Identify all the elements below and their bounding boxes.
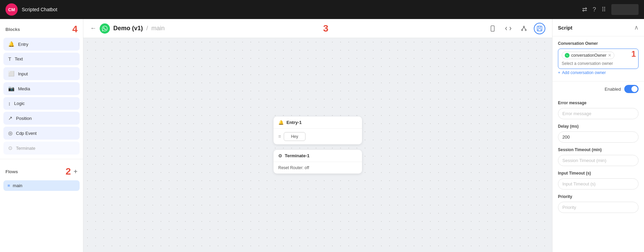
sidebar-item-logic-label: Logic [14, 101, 25, 106]
sidebar-item-media[interactable]: 📷 Media [3, 82, 80, 95]
terminate-1-row: Reset Router: off [278, 165, 357, 170]
owner-input-box[interactable]: conversationOwner ✕ [558, 49, 639, 69]
bell-icon: 🔔 [8, 41, 15, 47]
sidebar-item-input[interactable]: ⬜ Input [3, 67, 80, 80]
add-flow-button[interactable]: + [73, 168, 78, 176]
enabled-row: Enabled [552, 82, 644, 96]
main-layout: Blocks 4 🔔 Entry T Text ⬜ Input 📷 Media … [0, 19, 644, 252]
sidebar-item-logic[interactable]: ↕ Logic [3, 97, 80, 110]
priority-input[interactable] [558, 202, 639, 213]
entry-1-row: = Hey [278, 132, 357, 141]
sidebar-item-text-label: Text [15, 56, 23, 61]
entry-1-body: = Hey [274, 129, 362, 144]
sidebar-item-cdp-event[interactable]: ◎ Cdp Event [3, 127, 80, 140]
delay-input[interactable] [558, 131, 639, 143]
add-owner-label: Add conversation owner [562, 70, 606, 75]
error-message-label: Error message [558, 101, 639, 105]
canvas-area: ← Demo (v1) / main 3 [83, 19, 552, 252]
error-message-input[interactable] [558, 108, 639, 119]
mobile-view-button[interactable] [487, 23, 498, 34]
swap-icon[interactable]: ⇄ [582, 6, 587, 13]
whatsapp-icon [100, 23, 110, 34]
cdp-icon: ◎ [8, 130, 13, 136]
flows-header: Flows 2 + [3, 163, 80, 180]
topnav-left: CM Scripted Chatbot [5, 3, 57, 16]
terminate-1-node-header: ⊙ Terminate-1 [274, 150, 362, 162]
flows-label: Flows [5, 169, 18, 174]
session-timeout-field: Session Timeout (min) [558, 147, 639, 166]
priority-field: Priority [558, 194, 639, 213]
svg-rect-9 [538, 29, 541, 31]
sidebar-divider [0, 159, 83, 159]
flow-item-main[interactable]: ≡ main [3, 180, 80, 191]
flows-section: Flows 2 + ≡ main [0, 163, 83, 191]
conversation-owner-section: Conversation Owner conversationOwner ✕ 1… [552, 36, 644, 82]
input-timeout-field: Input Timeout (s) [558, 171, 639, 190]
sidebar-item-terminate-label: Terminate [16, 146, 35, 151]
input-timeout-input[interactable] [558, 178, 639, 190]
sidebar-item-terminate[interactable]: ⊙ Terminate [3, 142, 80, 155]
topnav: CM Scripted Chatbot ⇄ ? ⠿ [0, 0, 644, 19]
rp-title: Script [558, 25, 573, 31]
bell-node-icon: 🔔 [278, 120, 284, 125]
owner-tag-dot [565, 53, 569, 58]
session-timeout-input[interactable] [558, 155, 639, 166]
sidebar-item-input-label: Input [18, 71, 28, 76]
entry-1-text: Hey [284, 132, 305, 141]
entry-1-node[interactable]: 🔔 Entry-1 = Hey [274, 116, 362, 144]
rp-header: Script ∧ [552, 19, 644, 36]
help-icon[interactable]: ? [593, 6, 596, 13]
entry-1-title: Entry-1 [286, 120, 302, 125]
hierarchy-view-button[interactable] [518, 23, 530, 34]
flow-item-label: main [13, 183, 22, 188]
save-view-button[interactable] [534, 23, 545, 34]
back-button[interactable]: ← [90, 25, 96, 32]
blocks-header: Blocks 4 [0, 19, 83, 37]
canvas-separator: / [146, 25, 148, 32]
terminate-1-node[interactable]: ⊙ Terminate-1 Reset Router: off [274, 150, 362, 174]
sidebar-item-media-label: Media [18, 86, 30, 91]
sidebar-item-entry[interactable]: 🔔 Entry [3, 38, 80, 51]
sidebar: Blocks 4 🔔 Entry T Text ⬜ Input 📷 Media … [0, 19, 83, 252]
svg-rect-0 [491, 25, 494, 31]
delay-field: Delay (ms) [558, 124, 639, 143]
owner-search-input[interactable] [562, 61, 635, 66]
flow-lines-icon: ≡ [7, 183, 10, 188]
canvas-toolbar-left: ← Demo (v1) / main [90, 23, 165, 34]
svg-point-4 [525, 29, 527, 31]
app-title: Scripted Chatbot [22, 7, 57, 12]
sidebar-item-text[interactable]: T Text [3, 53, 80, 65]
topnav-right: ⇄ ? ⠿ [582, 4, 639, 15]
canvas-toolbar: ← Demo (v1) / main 3 [83, 19, 552, 38]
sidebar-item-position-label: Position [16, 116, 32, 121]
error-message-field: Error message [558, 101, 639, 119]
entry-1-node-header: 🔔 Entry-1 [274, 116, 362, 129]
svg-line-6 [524, 27, 526, 29]
enabled-toggle[interactable] [624, 85, 639, 93]
right-panel: Script ∧ Conversation Owner conversation… [552, 19, 644, 252]
canvas-content[interactable]: 🔔 Entry-1 = Hey ⊙ Terminate-1 [83, 38, 552, 252]
delay-label: Delay (ms) [558, 124, 639, 129]
blocks-count: 4 [72, 24, 78, 34]
eq-sign: = [278, 134, 281, 139]
input-timeout-label: Input Timeout (s) [558, 171, 639, 176]
owner-tag-name: conversationOwner [571, 53, 606, 58]
blocks-label: Blocks [5, 27, 20, 32]
svg-rect-8 [538, 26, 541, 28]
add-owner-button[interactable]: + Add conversation owner [558, 69, 639, 76]
collapse-panel-button[interactable]: ∧ [634, 24, 639, 31]
terminate-1-label: Reset Router: off [278, 165, 309, 170]
logic-icon: ↕ [8, 101, 11, 106]
position-icon: ↗ [8, 115, 13, 121]
text-icon: T [8, 56, 11, 62]
canvas-subtitle: main [151, 25, 165, 32]
remove-owner-tag-button[interactable]: ✕ [608, 53, 611, 58]
profile-button[interactable] [611, 4, 639, 15]
grid-icon[interactable]: ⠿ [601, 6, 606, 13]
code-view-button[interactable] [502, 23, 514, 34]
sidebar-item-entry-label: Entry [18, 42, 28, 47]
sidebar-item-position[interactable]: ↗ Position [3, 112, 80, 125]
enabled-label: Enabled [605, 87, 621, 92]
input-icon: ⬜ [8, 71, 15, 77]
terminate-1-body: Reset Router: off [274, 162, 362, 174]
